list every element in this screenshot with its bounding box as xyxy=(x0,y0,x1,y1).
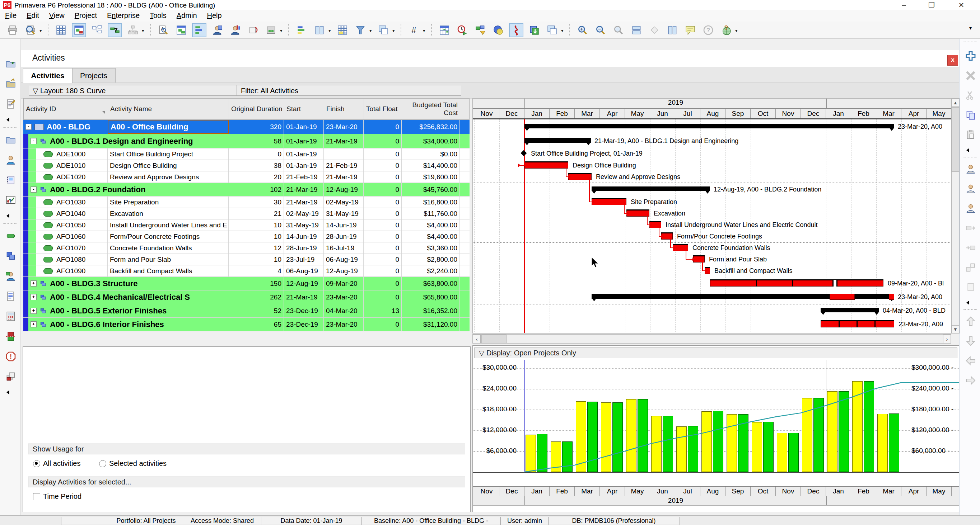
activity-name-cell[interactable]: Install Underground Water Lines and E xyxy=(108,219,229,231)
store-period-icon[interactable] xyxy=(528,24,541,36)
selected-activities-radio[interactable] xyxy=(99,460,106,467)
histogram-bar-green[interactable] xyxy=(612,402,623,472)
resource-table-icon[interactable] xyxy=(175,24,188,36)
columns-icon[interactable] xyxy=(313,24,326,36)
activity-details-dropdown-caret[interactable]: ▾ xyxy=(280,24,284,36)
activity-details-icon[interactable] xyxy=(264,24,277,36)
gantt-vertical-scrollbar[interactable]: ▲ ▼ xyxy=(951,98,959,333)
scroll-thumb[interactable] xyxy=(481,335,506,343)
scroll-up-arrow[interactable]: ▲ xyxy=(951,98,959,106)
selected-activities-label[interactable]: Selected activities xyxy=(109,459,167,468)
tab-projects[interactable]: Projects xyxy=(72,68,116,83)
histogram-bar-yellow[interactable] xyxy=(626,399,636,472)
activity-id-cell[interactable]: ADE1020 xyxy=(36,171,108,182)
histogram-bar-yellow[interactable] xyxy=(601,402,611,472)
time-period-checkbox[interactable] xyxy=(33,493,40,500)
more-rows-chevron[interactable]: ⌄ xyxy=(939,320,944,327)
histogram-bar-green[interactable] xyxy=(838,391,849,472)
help-online-icon[interactable]: ? xyxy=(720,24,733,36)
activity-id-cell[interactable]: AFO1080 xyxy=(36,254,108,265)
org-chart-icon[interactable] xyxy=(126,24,139,36)
histogram-bar-yellow[interactable] xyxy=(802,398,812,472)
activity-name-cell[interactable]: Site Preparation xyxy=(108,197,229,208)
activity-id-cell[interactable]: AFO1070 xyxy=(36,243,108,254)
help-online-dropdown-caret[interactable]: ▾ xyxy=(735,24,740,36)
org-chart-dropdown-caret[interactable]: ▾ xyxy=(142,24,146,36)
activity-bar[interactable] xyxy=(627,210,649,217)
histogram-bar-yellow[interactable] xyxy=(752,422,762,472)
wbs-title-cell[interactable]: -A00 - BLDG.2 Foundation xyxy=(29,183,229,196)
gantt-chart-icon[interactable] xyxy=(193,24,206,36)
summary-bar[interactable] xyxy=(525,138,591,143)
close-button[interactable]: ✕ xyxy=(953,1,970,10)
command-collapse-arrow[interactable] xyxy=(966,148,969,152)
zoom-out-icon[interactable]: − xyxy=(594,24,607,36)
histogram-bar-green[interactable] xyxy=(738,414,748,472)
command-move-down-icon[interactable] xyxy=(964,335,977,347)
print-preview-dropdown-caret[interactable]: ▾ xyxy=(40,24,44,36)
col-start[interactable]: Start xyxy=(284,98,324,119)
table-row[interactable]: ADE1020Review and Approve Designs2021-Fe… xyxy=(23,171,469,183)
print-icon[interactable] xyxy=(6,24,19,36)
scroll-right-arrow[interactable]: › xyxy=(943,335,951,343)
scroll-down-arrow[interactable]: ▼ xyxy=(951,325,959,333)
activity-bar[interactable] xyxy=(568,174,592,180)
histogram-bar-green[interactable] xyxy=(763,422,773,472)
bars-icon[interactable] xyxy=(295,24,308,36)
histogram-bar-yellow[interactable] xyxy=(651,416,662,472)
sidebar-collapse-arrow[interactable] xyxy=(6,117,10,122)
table-row[interactable]: +A00 - BLDG.3 Structure15012-Aug-1909-Ma… xyxy=(23,277,469,290)
activity-name-cell[interactable]: Excavation xyxy=(108,208,229,219)
zoom-100-icon[interactable] xyxy=(612,24,625,36)
group-sort-dropdown-caret[interactable]: ▾ xyxy=(392,24,397,36)
focus-icon[interactable] xyxy=(648,24,661,36)
profile-display-bar[interactable]: ▽ Display: Open Projects Only xyxy=(474,347,958,358)
store-snapshot-icon[interactable] xyxy=(247,24,259,36)
table-font-icon[interactable] xyxy=(336,24,349,36)
milestone-diamond[interactable] xyxy=(521,150,527,156)
timescale-month-band[interactable]: NovDecJanFebMarAprMayJunJulAugSepOctNovD… xyxy=(473,109,951,119)
activity-bar[interactable] xyxy=(673,244,688,251)
sidebar-import-icon[interactable] xyxy=(4,98,16,110)
split-vertical-icon[interactable] xyxy=(666,24,679,36)
menu-enterprise[interactable]: Enterprise xyxy=(107,11,140,20)
histogram-bar-yellow[interactable] xyxy=(827,391,837,472)
histogram-bar-green[interactable] xyxy=(562,441,573,472)
histogram-bar-green[interactable] xyxy=(587,402,598,472)
activity-network-icon[interactable] xyxy=(91,24,103,36)
menu-file[interactable]: File xyxy=(5,11,16,20)
tab-activities[interactable]: Activities xyxy=(23,68,73,83)
col-activity-name[interactable]: Activity Name xyxy=(108,98,229,119)
sidebar-reports-icon[interactable] xyxy=(4,174,16,186)
gantt-chart[interactable]: 2019NovDecJanFebMarAprMayJunJulAugSepOct… xyxy=(473,98,951,333)
activity-bar[interactable] xyxy=(649,222,661,228)
table-row[interactable]: +A00 - BLDG.4 Mechanical/Electrical S262… xyxy=(23,290,469,304)
all-activities-label[interactable]: All activities xyxy=(43,459,80,468)
activity-name-cell[interactable]: Review and Approve Designs xyxy=(108,171,229,182)
command-wp-docs-icon[interactable] xyxy=(964,281,977,293)
menu-edit[interactable]: Edit xyxy=(27,11,39,20)
sidebar-collapse-arrow[interactable] xyxy=(6,214,10,218)
table-row[interactable]: ADE1000Start Office Building Project001-… xyxy=(23,149,469,160)
toolbar-overflow-chevron[interactable]: ▾ xyxy=(969,25,972,31)
histogram-bar-yellow[interactable] xyxy=(877,414,888,472)
col-activity-id[interactable]: Activity ID xyxy=(24,98,108,119)
collapse-toggle[interactable]: + xyxy=(30,294,37,300)
collapse-toggle[interactable]: + xyxy=(30,308,37,314)
line-numbers-icon[interactable]: # xyxy=(407,24,420,36)
histogram-bar-green[interactable] xyxy=(788,433,799,472)
histogram-bar-green[interactable] xyxy=(663,416,673,472)
command-cut-icon[interactable] xyxy=(964,89,977,101)
command-predecessors-icon[interactable] xyxy=(964,222,977,234)
wbs-title-cell[interactable]: +A00 - BLDG.4 Mechanical/Electrical S xyxy=(29,290,229,304)
command-add-icon[interactable] xyxy=(964,49,977,62)
activity-name-cell[interactable]: Form and Pour Slab xyxy=(108,254,229,265)
histogram-bar-green[interactable] xyxy=(864,381,874,472)
collapse-toggle[interactable]: - xyxy=(25,124,32,130)
schedule-icon[interactable] xyxy=(456,24,469,36)
activity-id-cell[interactable]: AFO1050 xyxy=(36,219,108,231)
progress-spotlight-icon[interactable] xyxy=(492,24,505,36)
activity-bar[interactable] xyxy=(705,268,710,274)
resource-profile-icon[interactable] xyxy=(229,24,242,36)
find-icon[interactable]: A xyxy=(157,24,170,36)
